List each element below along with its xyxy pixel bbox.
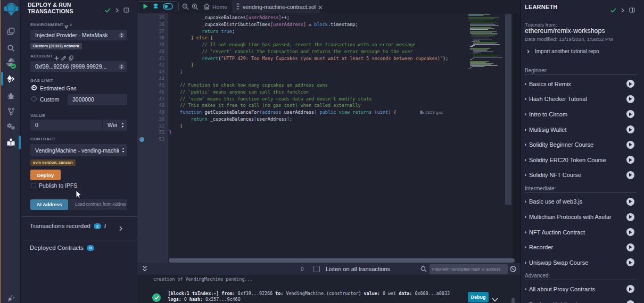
line-number[interactable]: 49 (159, 109, 164, 116)
remix-logo-icon[interactable] (1, 1, 21, 18)
line-number[interactable]: 36 (159, 21, 164, 28)
remixai-toggle-icon[interactable] (163, 2, 173, 12)
tutorial-expand-chevron-icon[interactable]: › (525, 230, 526, 235)
editor-code-area[interactable]: _cupcakeBalances[userAddress]++; _cupcak… (168, 13, 467, 263)
tutorial-expand-chevron-icon[interactable]: › (525, 287, 526, 292)
listen-transactions-checkbox[interactable] (313, 266, 320, 272)
panel-collapse-chevron-icon[interactable] (115, 5, 119, 15)
tutorial-item[interactable]: ›Multisig Wallet (525, 122, 641, 137)
breakpoint-dot[interactable] (139, 137, 144, 142)
environment-select[interactable]: Injected Provider - MetaMask (30, 30, 127, 40)
estimated-gas-radio[interactable] (31, 85, 37, 90)
tutorial-item[interactable]: ›Solidity NFT Course (525, 167, 641, 183)
file-explorer-icon[interactable] (1, 24, 21, 38)
publish-ipfs-checkbox[interactable] (31, 183, 36, 188)
deploy-and-run-icon[interactable] (1, 72, 21, 86)
tutorial-play-icon[interactable] (626, 95, 634, 103)
line-number[interactable]: 45 (159, 82, 164, 89)
at-address-button[interactable]: At Address (30, 199, 68, 210)
line-number[interactable]: 39 (159, 41, 164, 48)
search-icon[interactable] (1, 41, 21, 55)
deploy-button[interactable]: Deploy (30, 170, 61, 180)
value-unit-select[interactable]: Wei (102, 120, 127, 131)
tutorial-play-icon[interactable] (626, 285, 634, 293)
tutorial-item[interactable]: ›Multichain Protocols with Axelar (525, 209, 641, 225)
transaction-log-line[interactable]: [block:1 txIndex:-] from: 0xf39...92266 … (168, 291, 450, 296)
editor-minimap[interactable] (467, 13, 505, 263)
account-select[interactable]: 0xf39...92266 (9999.99929... (30, 61, 127, 72)
tutorial-play-icon[interactable] (626, 125, 634, 133)
git-icon[interactable] (1, 104, 21, 118)
transactions-expand-chevron-icon[interactable] (119, 224, 122, 233)
tutorial-expand-chevron-icon[interactable]: › (525, 172, 526, 178)
tutorial-expand-chevron-icon[interactable]: › (525, 96, 526, 102)
tutorial-expand-chevron-icon[interactable]: › (525, 245, 526, 250)
line-number[interactable]: 41 (159, 55, 164, 62)
at-address-input[interactable]: Load contract from Addres (68, 199, 127, 210)
tutorial-play-icon[interactable] (626, 171, 634, 179)
tutorial-item[interactable]: ›NFT Auction Contract (525, 224, 641, 240)
debug-button[interactable]: Debug (468, 292, 489, 302)
tutorial-item[interactable]: ›Intro to Circom (525, 107, 641, 122)
contract-select[interactable]: VendingMachine - vending-machin (30, 144, 127, 156)
tutorial-expand-chevron-icon[interactable]: › (525, 112, 526, 117)
tutorial-item[interactable]: ›Hash Checker Tutorial (525, 91, 641, 107)
file-tab[interactable]: vending-machine-contract.sol (232, 0, 320, 13)
line-number[interactable]: 43 (159, 69, 164, 75)
tutorial-play-icon[interactable] (626, 228, 634, 236)
tutorial-item[interactable]: ›Solidity ERC20 Token Course (525, 153, 641, 168)
line-number[interactable]: 52 (159, 129, 164, 136)
line-number[interactable]: 35 (159, 14, 164, 21)
debugger-icon[interactable] (1, 89, 21, 103)
line-number[interactable]: 40 (159, 48, 164, 55)
tutorial-item[interactable]: ›Uniswap Swap Course (525, 255, 641, 271)
transactions-info-icon[interactable]: i (104, 223, 106, 229)
line-number[interactable]: 47 (159, 96, 164, 103)
plugin-connect-icon[interactable] (1, 291, 21, 303)
tutorial-expand-chevron-icon[interactable]: › (525, 157, 526, 163)
tutorial-play-icon[interactable] (626, 213, 634, 221)
tutorial-play-icon[interactable] (626, 258, 634, 266)
line-number[interactable]: 50 (159, 116, 164, 123)
tutorial-expand-chevron-icon[interactable]: › (525, 142, 526, 147)
line-number[interactable]: 44 (159, 75, 164, 82)
tutorial-play-icon[interactable] (626, 300, 634, 303)
plugin-manager-icon[interactable] (1, 120, 21, 133)
editor-vertical-scrollbar[interactable] (505, 14, 511, 205)
panel-collapse-chevron-icon[interactable] (621, 5, 624, 15)
run-script-play-icon[interactable] (143, 2, 148, 12)
panel-pin-icon[interactable] (629, 5, 635, 15)
environment-info-icon[interactable]: i (70, 22, 72, 27)
value-input[interactable]: 0 (30, 120, 102, 131)
panel-pin-icon[interactable] (123, 5, 129, 15)
tutorial-item[interactable]: ›Deploy with Libraries (525, 297, 641, 303)
editor-horizontal-scrollbar[interactable] (169, 258, 515, 263)
line-number[interactable]: 38 (159, 35, 164, 41)
import-tutorial-repo-button[interactable]: Import another tutorial repo (527, 48, 599, 54)
tutorial-play-icon[interactable] (626, 80, 634, 88)
terminal-expand-icon[interactable] (142, 265, 147, 272)
zoom-out-icon[interactable] (182, 3, 189, 10)
custom-gas-radio[interactable] (31, 96, 37, 102)
line-number[interactable]: 42 (159, 62, 164, 69)
tutorial-expand-chevron-icon[interactable]: › (525, 81, 526, 87)
tutorial-expand-chevron-icon[interactable]: › (525, 199, 526, 204)
tutorial-expand-chevron-icon[interactable]: › (525, 260, 526, 265)
code-editor[interactable]: 35363738394041424344454647484950515253 _… (137, 13, 521, 263)
home-icon[interactable] (203, 3, 210, 10)
tutorial-item[interactable]: ›Basic use of web3.js (525, 194, 641, 209)
line-number[interactable]: 53 (159, 136, 164, 143)
tutorial-item[interactable]: ›Solidity Beginner Course (525, 137, 641, 153)
line-number[interactable]: 48 (159, 102, 164, 109)
tutorial-play-icon[interactable] (626, 110, 634, 118)
tutorial-item[interactable]: ›All about Proxy Contracts (525, 282, 641, 297)
line-number[interactable]: 37 (159, 28, 164, 35)
tutorial-play-icon[interactable] (626, 243, 634, 251)
tutorial-play-icon[interactable] (626, 198, 634, 206)
terminal-filter-input[interactable] (430, 264, 508, 274)
zoom-in-icon[interactable] (192, 3, 199, 10)
transaction-expand-caret-icon[interactable] (492, 294, 498, 303)
terminal-scrollbar[interactable] (511, 298, 515, 303)
tutorial-play-icon[interactable] (626, 141, 634, 149)
line-number[interactable]: 51 (159, 123, 164, 130)
